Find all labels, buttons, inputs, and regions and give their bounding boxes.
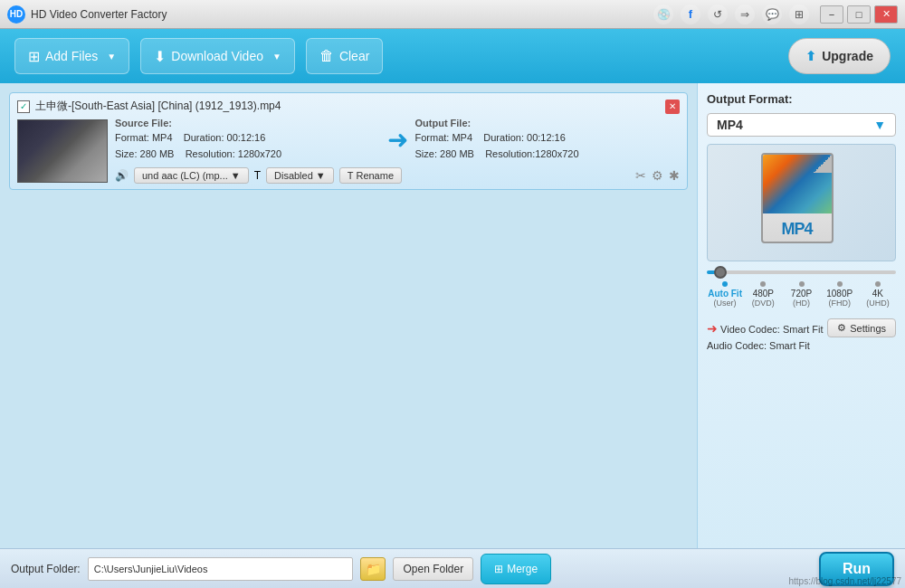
file-controls: 🔊 und aac (LC) (mp... ▼ T Disabled ▼ T: [115, 167, 680, 184]
codec-audio-label: Audio Codec: Smart Fit: [707, 340, 810, 351]
watermark-text: https://blog.csdn.net/lj22577: [788, 576, 901, 586]
format-dropdown-arrow-icon: ▼: [873, 118, 886, 132]
checkbox-check: ✓: [20, 101, 27, 111]
format-dropdown[interactable]: MP4 ▼: [707, 113, 896, 137]
file-close-button[interactable]: ✕: [665, 100, 680, 114]
merge-icon: ⊞: [494, 563, 503, 575]
source-duration-value: 00:12:16: [227, 132, 266, 143]
quality-1080p-sub: (FHD): [822, 299, 858, 308]
quality-dot-autofit: [722, 281, 728, 287]
upgrade-label: Upgrade: [822, 49, 873, 63]
codec-arrow-icon: ➜: [707, 321, 718, 336]
add-files-icon: ⊞: [28, 48, 40, 65]
window-controls: − □ ✕: [820, 5, 898, 24]
source-resolution-label: Resolution:: [186, 148, 238, 159]
close-button[interactable]: ✕: [874, 5, 898, 24]
upgrade-arrow-icon: ⬆: [805, 49, 816, 63]
format-dropdown-label: MP4: [717, 118, 743, 132]
merge-label: Merge: [507, 563, 538, 575]
quality-480p-main: 480P: [745, 289, 781, 299]
thumbnail-image: [18, 120, 107, 182]
output-folder-input[interactable]: [88, 557, 354, 581]
quality-720p-sub: (HD): [783, 299, 819, 308]
source-label: Source File:: [115, 118, 380, 128]
title-bar: HD HD Video Converter Factory 💿 f ↺ ⇒ 💬 …: [0, 0, 905, 29]
download-video-icon: ⬇: [154, 48, 166, 65]
convert-arrow-icon: ➜: [387, 125, 408, 155]
output-resolution-label: Resolution:1280x720: [485, 148, 578, 159]
add-files-chevron: ▼: [107, 52, 116, 62]
browse-folder-button[interactable]: 📁: [360, 557, 386, 581]
quality-dot-4k: [875, 281, 881, 287]
output-format-value: MP4: [452, 132, 472, 143]
subtitle-add-icon[interactable]: ✱: [669, 168, 680, 183]
quality-label-autofit[interactable]: Auto Fit (User): [707, 280, 743, 308]
settings-gear-icon: ⚙: [837, 322, 846, 334]
refresh-icon[interactable]: ↺: [708, 5, 728, 24]
format-preview: MP4: [707, 144, 896, 261]
source-resolution-value: 1280x720: [238, 148, 281, 159]
file-list: ✓ 土申微-[South-East Asia] [China] (1912_19…: [0, 83, 697, 548]
quality-1080p-main: 1080P: [822, 289, 858, 299]
minimize-button[interactable]: −: [820, 5, 843, 24]
source-size-value: 280 MB: [140, 148, 175, 159]
restore-button[interactable]: □: [847, 5, 871, 24]
open-folder-button[interactable]: Open Folder: [393, 557, 473, 581]
quality-slider-track[interactable]: [707, 270, 896, 274]
file-item-header: ✓ 土申微-[South-East Asia] [China] (1912_19…: [17, 99, 680, 114]
file-title: 土申微-[South-East Asia] [China] (1912_1913…: [35, 99, 660, 114]
app-icon: HD: [7, 5, 25, 24]
output-size-row: Size: 280 MB Resolution:1280x720: [415, 147, 681, 163]
quality-slider-thumb[interactable]: [714, 266, 727, 279]
quality-4k-sub: (UHD): [860, 299, 896, 308]
clear-label: Clear: [339, 49, 369, 63]
quality-label-480p[interactable]: 480P (DVD): [745, 280, 781, 308]
output-format-heading: Output Format:: [707, 92, 896, 106]
subtitle-ctrl-arrow: ▼: [316, 170, 326, 181]
grid-icon[interactable]: ⊞: [789, 5, 809, 24]
codec-info: ➜ Video Codec: Smart Fit Audio Codec: Sm…: [707, 318, 824, 355]
settings-button[interactable]: ⚙ Settings: [827, 318, 896, 337]
open-folder-label: Open Folder: [403, 563, 463, 575]
file-info-columns: Source File: Format: MP4 Duration: 00:12…: [115, 118, 680, 162]
rename-icon: T: [348, 170, 354, 181]
output-duration-label: Duration:: [483, 132, 527, 143]
quality-label-4k[interactable]: 4K (UHD): [860, 280, 896, 308]
toolbar: ⊞ Add Files ▼ ⬇ Download Video ▼ 🗑 Clear…: [0, 29, 905, 83]
quality-dot-720p: [799, 281, 805, 287]
clear-button[interactable]: 🗑 Clear: [306, 38, 383, 74]
quality-dot-480p: [760, 281, 766, 287]
disc-icon[interactable]: 💿: [653, 5, 673, 24]
output-format-row: Format: MP4 Duration: 00:12:16: [415, 130, 681, 147]
mp4-icon: MP4: [761, 153, 843, 252]
upgrade-button[interactable]: ⬆ Upgrade: [788, 38, 891, 74]
source-duration-label: Duration:: [184, 132, 227, 143]
right-panel: Output Format: MP4 ▼ MP4: [697, 83, 905, 548]
subtitle-icon: T: [254, 169, 261, 182]
quality-4k-main: 4K: [860, 289, 896, 299]
quality-label-720p[interactable]: 720P (HD): [783, 280, 819, 308]
audio-ctrl-dropdown[interactable]: und aac (LC) (mp... ▼: [134, 167, 249, 184]
output-label: Output File:: [415, 118, 681, 128]
subtitle-ctrl-dropdown[interactable]: Disabled ▼: [266, 167, 334, 184]
source-size-label: Size:: [115, 148, 140, 159]
source-info: Source File: Format: MP4 Duration: 00:12…: [115, 118, 380, 162]
download-video-button[interactable]: ⬇ Download Video ▼: [140, 38, 295, 74]
rename-button[interactable]: T Rename: [339, 167, 402, 184]
output-size-label: Size:: [415, 148, 441, 159]
quality-label-1080p[interactable]: 1080P (FHD): [822, 280, 858, 308]
chat-icon[interactable]: 💬: [762, 5, 782, 24]
quality-labels: Auto Fit (User) 480P (DVD) 720P (HD) 108…: [707, 280, 896, 308]
facebook-icon[interactable]: f: [681, 5, 700, 24]
title-icon-group: 💿 f ↺ ⇒ 💬 ⊞: [653, 5, 809, 24]
forward-icon[interactable]: ⇒: [735, 5, 755, 24]
merge-button[interactable]: ⊞ Merge: [481, 554, 551, 584]
clip-icon[interactable]: ✂: [635, 168, 646, 183]
effect-icon[interactable]: ⚙: [652, 168, 663, 183]
source-format-row: Format: MP4 Duration: 00:12:16: [115, 130, 380, 147]
file-item: ✓ 土申微-[South-East Asia] [China] (1912_19…: [9, 92, 688, 190]
file-checkbox[interactable]: ✓: [17, 100, 30, 113]
add-files-button[interactable]: ⊞ Add Files ▼: [14, 38, 129, 74]
quality-section: Auto Fit (User) 480P (DVD) 720P (HD) 108…: [707, 270, 896, 308]
rename-label: Rename: [356, 170, 394, 181]
